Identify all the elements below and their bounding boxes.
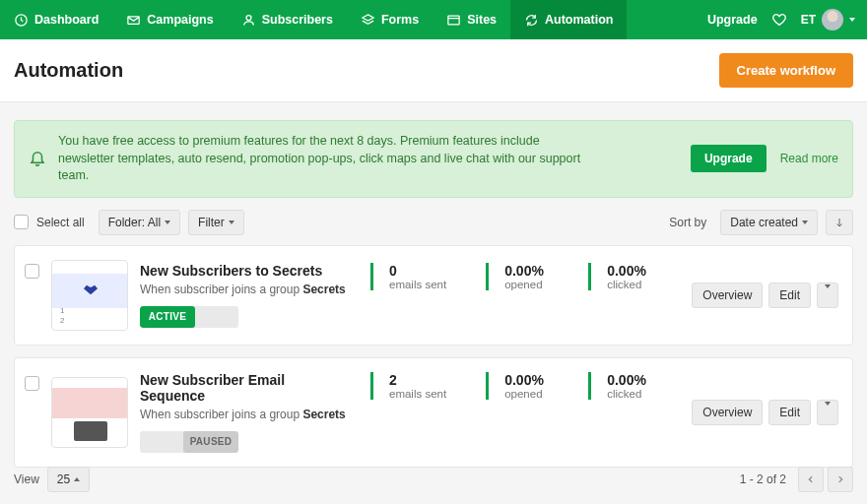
banner-actions: Upgrade Read more (691, 145, 838, 172)
nav-dashboard[interactable]: Dashboard (0, 0, 112, 39)
next-page-button[interactable] (828, 467, 853, 492)
per-page-value: 25 (57, 472, 70, 486)
workflow-subtitle: When subscriber joins a group Secrets (140, 408, 347, 421)
nav-campaigns[interactable]: Campaigns (112, 0, 227, 39)
row-checkbox[interactable] (25, 264, 39, 279)
page-header: Automation Create workflow (0, 39, 867, 102)
subtitle-prefix: When subscriber joins a group (140, 408, 302, 421)
sort-field-button[interactable]: Date created (720, 210, 818, 235)
nav-forms[interactable]: Forms (347, 0, 433, 39)
chevron-down-icon (849, 18, 855, 22)
user-initials: ET (801, 13, 816, 27)
row-actions: Overview Edit (692, 283, 838, 308)
stat-label: opened (504, 279, 549, 290)
chevron-down-icon (165, 220, 170, 224)
stat-label: emails sent (389, 279, 446, 290)
edit-button[interactable]: Edit (768, 283, 811, 308)
nav-label: Automation (545, 13, 613, 27)
view-label: View (14, 472, 39, 486)
workflow-subtitle: When subscriber joins a group Secrets (140, 283, 347, 296)
subtitle-prefix: When subscriber joins a group (140, 283, 302, 296)
clock-icon (14, 13, 29, 28)
promo-banner: You have free access to premium features… (14, 120, 853, 198)
status-toggle[interactable]: PAUSED (140, 431, 238, 453)
user-menu[interactable]: ET (801, 9, 855, 31)
stat-value: 0 (389, 263, 446, 279)
chevron-down-icon (229, 220, 234, 224)
folder-filter-button[interactable]: Folder: All (99, 210, 180, 235)
svg-point-2 (246, 15, 251, 20)
nav-upgrade-link[interactable]: Upgrade (707, 13, 758, 27)
filter-button[interactable]: Filter (188, 210, 244, 235)
subtitle-group: Secrets (302, 408, 345, 421)
svg-rect-3 (448, 16, 459, 25)
workflow-thumbnail[interactable] (51, 260, 128, 331)
stat-label: opened (504, 388, 549, 400)
folder-filter-label: Folder: All (108, 216, 161, 229)
more-actions-button[interactable] (817, 400, 838, 425)
stat-value: 0.00% (504, 372, 549, 388)
nav-automation[interactable]: Automation (510, 0, 627, 39)
stat-value: 2 (389, 372, 446, 388)
workflow-row: New Subscribers to Secrets When subscrib… (14, 245, 853, 346)
heart-icon[interactable] (771, 12, 787, 28)
chevron-down-icon (825, 402, 831, 419)
stat-emails-sent: 0 emails sent (370, 263, 462, 290)
row-main: New Subscriber Email Sequence When subsc… (140, 372, 680, 453)
chevron-down-icon (825, 284, 831, 302)
row-text: New Subscriber Email Sequence When subsc… (140, 372, 347, 453)
status-toggle[interactable]: ACTIVE (140, 306, 238, 328)
edit-button[interactable]: Edit (768, 400, 811, 425)
stat-value: 0.00% (607, 372, 651, 388)
row-text: New Subscribers to Secrets When subscrib… (140, 263, 347, 328)
top-nav: Dashboard Campaigns Subscribers Forms Si… (0, 0, 867, 39)
workflow-list: New Subscribers to Secrets When subscrib… (0, 245, 867, 468)
stat-value: 0.00% (504, 263, 549, 279)
layers-icon (361, 13, 375, 28)
more-actions-button[interactable] (817, 283, 838, 308)
workflow-row: New Subscriber Email Sequence When subsc… (14, 357, 853, 468)
stat-label: clicked (607, 279, 651, 290)
nav-items: Dashboard Campaigns Subscribers Forms Si… (0, 0, 627, 39)
stat-clicked: 0.00% clicked (588, 372, 667, 400)
nav-label: Forms (381, 13, 419, 27)
filter-label: Filter (198, 216, 225, 229)
sort-direction-button[interactable] (826, 210, 853, 235)
row-actions: Overview Edit (692, 400, 838, 425)
page-info: 1 - 2 of 2 (740, 472, 786, 486)
workflow-thumbnail[interactable] (51, 377, 128, 448)
browser-icon (446, 13, 461, 28)
stat-emails-sent: 2 emails sent (370, 372, 462, 400)
list-footer: View 25 1 - 2 of 2 (0, 455, 867, 504)
workflow-title[interactable]: New Subscribers to Secrets (140, 263, 347, 279)
stat-opened: 0.00% opened (486, 372, 565, 400)
nav-label: Dashboard (34, 13, 99, 27)
row-checkbox[interactable] (25, 376, 39, 391)
chevron-up-icon (74, 477, 80, 481)
banner-text: You have free access to premium features… (58, 133, 590, 185)
avatar-icon (822, 9, 843, 31)
page-title: Automation (14, 59, 123, 82)
envelope-icon (126, 13, 141, 28)
nav-label: Sites (467, 13, 497, 27)
workflow-title[interactable]: New Subscriber Email Sequence (140, 372, 347, 404)
nav-label: Campaigns (147, 13, 213, 27)
select-all-checkbox[interactable] (14, 215, 29, 229)
stat-opened: 0.00% opened (486, 263, 565, 290)
status-badge: PAUSED (183, 431, 238, 453)
per-page-button[interactable]: 25 (47, 467, 90, 492)
banner-read-more-link[interactable]: Read more (780, 152, 838, 165)
select-all-label: Select all (36, 216, 85, 229)
stat-label: clicked (607, 388, 651, 400)
overview-button[interactable]: Overview (692, 400, 763, 425)
overview-button[interactable]: Overview (692, 283, 763, 308)
prev-page-button[interactable] (798, 467, 824, 492)
create-workflow-button[interactable]: Create workflow (719, 53, 853, 88)
stat-label: emails sent (389, 388, 446, 400)
nav-subscribers[interactable]: Subscribers (228, 0, 347, 39)
stat-value: 0.00% (607, 263, 651, 279)
nav-sites[interactable]: Sites (433, 0, 510, 39)
banner-upgrade-button[interactable]: Upgrade (691, 145, 767, 172)
status-badge: ACTIVE (140, 306, 195, 328)
sort-by-label: Sort by (669, 216, 706, 229)
